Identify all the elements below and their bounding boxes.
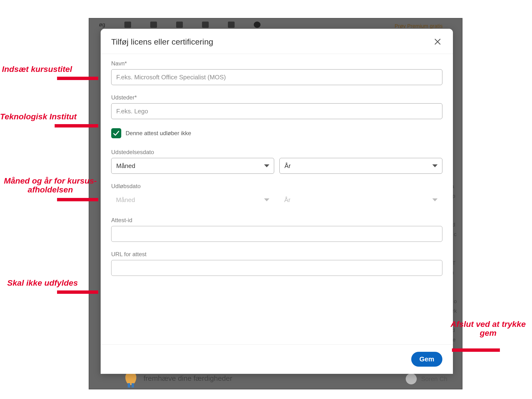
issued-year-select[interactable]: År bbox=[279, 158, 442, 174]
nav-icon bbox=[228, 22, 234, 28]
nav-icon bbox=[150, 22, 157, 28]
callout-issued: Måned og år for kursus-afholdelsen bbox=[2, 176, 98, 194]
callout-issuer: Teknologisk Institut bbox=[0, 112, 77, 121]
more-icon: ••• bbox=[454, 77, 459, 82]
issuer-label: Udsteder* bbox=[111, 94, 442, 101]
noexpire-label: Denne attest udløber ikke bbox=[126, 130, 191, 137]
callout-bar bbox=[57, 291, 98, 294]
add-certification-modal: Tilføj licens eller certificering Navn* … bbox=[101, 29, 453, 374]
name-input[interactable] bbox=[111, 69, 442, 85]
issuer-field: Udsteder* bbox=[111, 94, 442, 119]
expire-label: Udløbsdato bbox=[111, 183, 442, 190]
noexpire-checkbox[interactable] bbox=[111, 128, 121, 138]
cred-url-field: URL for attest bbox=[111, 251, 442, 276]
expire-field: Udløbsdato Måned År bbox=[111, 183, 442, 208]
avatar bbox=[406, 373, 417, 384]
issued-field: Udstedelsesdato Måned År bbox=[111, 149, 442, 174]
premium-link: Prøv Premium gratis bbox=[395, 23, 443, 29]
chevron-down-icon bbox=[264, 165, 269, 167]
issued-label: Udstedelsesdato bbox=[111, 149, 442, 156]
nav-icon bbox=[176, 22, 183, 28]
issued-month-select[interactable]: Måned bbox=[111, 158, 274, 174]
nav-icon bbox=[124, 22, 131, 28]
save-button[interactable]: Gem bbox=[411, 352, 442, 367]
modal-footer: Gem bbox=[101, 344, 453, 374]
check-icon bbox=[113, 130, 120, 136]
nav-icon bbox=[202, 22, 209, 28]
close-icon bbox=[433, 38, 442, 46]
expire-year-select: År bbox=[279, 192, 442, 208]
callout-skip: Skal ikke udfyldes bbox=[7, 279, 78, 287]
expire-month-value: Måned bbox=[111, 192, 274, 208]
close-button[interactable] bbox=[433, 37, 442, 46]
expire-month-select: Måned bbox=[111, 192, 274, 208]
chevron-down-icon bbox=[432, 198, 437, 201]
nav-avatar-icon bbox=[254, 22, 260, 28]
callout-name: Indsæt kursustitel bbox=[2, 65, 72, 74]
name-field: Navn* bbox=[111, 60, 442, 85]
callout-save: Afslut ved at trykkegem bbox=[446, 320, 530, 338]
nav-icon bbox=[280, 22, 286, 28]
issued-month-value: Måned bbox=[111, 158, 274, 174]
callout-bar bbox=[57, 198, 98, 201]
bg-bottom-text: fremhæve dine færdigheder bbox=[144, 374, 232, 382]
modal-body: Navn* Udsteder* Denne attest udløber ikk… bbox=[101, 54, 453, 344]
cred-url-label: URL for attest bbox=[111, 251, 442, 258]
modal-title: Tilføj licens eller certificering bbox=[111, 37, 213, 46]
name-label: Navn* bbox=[111, 60, 442, 67]
modal-header: Tilføj licens eller certificering bbox=[101, 29, 453, 54]
noexpire-row: Denne attest udløber ikke bbox=[111, 128, 442, 138]
callout-bar bbox=[55, 124, 98, 127]
callout-bar bbox=[57, 77, 98, 80]
chevron-down-icon bbox=[264, 198, 269, 201]
bg-person-name: Soren Ch bbox=[421, 375, 447, 383]
cred-url-input[interactable] bbox=[111, 260, 442, 276]
bg-person: Soren Ch bbox=[406, 373, 447, 384]
expire-year-value: År bbox=[279, 192, 442, 208]
cred-id-label: Attest-id bbox=[111, 217, 442, 224]
cred-id-input[interactable] bbox=[111, 226, 442, 242]
cred-id-field: Attest-id bbox=[111, 217, 442, 242]
chevron-down-icon bbox=[432, 165, 437, 167]
issued-year-value: År bbox=[279, 158, 442, 174]
issuer-input[interactable] bbox=[111, 103, 442, 119]
callout-bar bbox=[452, 348, 500, 352]
